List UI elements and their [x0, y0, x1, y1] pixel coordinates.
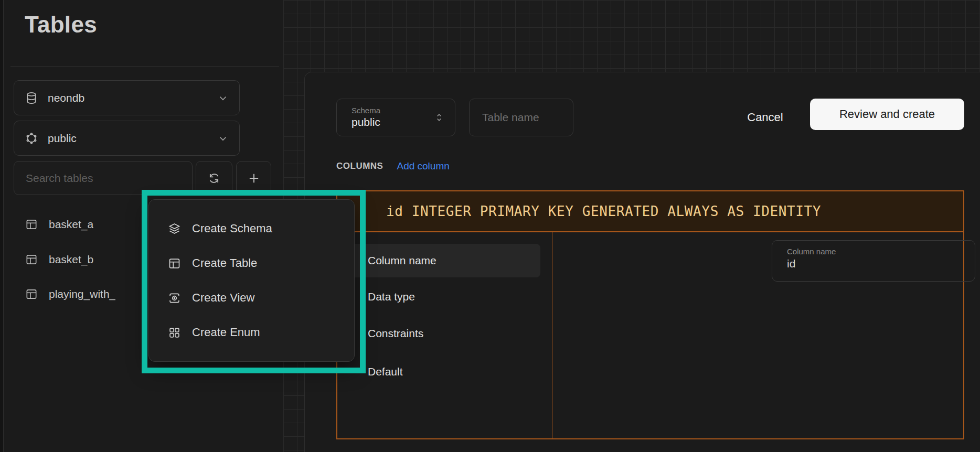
- schema-select-value: public: [48, 132, 208, 145]
- column-sql-row[interactable]: id INTEGER PRIMARY KEY GENERATED ALWAYS …: [336, 190, 964, 232]
- chevron-updown-icon: [434, 112, 444, 123]
- column-name-input[interactable]: [787, 256, 955, 270]
- tab-data-type[interactable]: Data type: [368, 290, 415, 303]
- add-column-link[interactable]: Add column: [397, 160, 449, 172]
- table-icon: [25, 253, 38, 266]
- menu-item-label: Create Enum: [192, 326, 260, 339]
- menu-item-create-table[interactable]: Create Table: [149, 246, 354, 281]
- menu-item-label: Create Table: [192, 256, 257, 270]
- menu-item-create-schema[interactable]: Create Schema: [149, 211, 354, 246]
- sidebar-left-edge: [0, 0, 4, 452]
- schema-field-value: public: [351, 115, 434, 129]
- table-name-input[interactable]: [469, 99, 573, 136]
- menu-item-label: Create View: [192, 291, 254, 305]
- menu-item-label: Create Schema: [192, 222, 272, 235]
- column-name-field[interactable]: Column name: [772, 240, 975, 282]
- chevron-down-icon: [217, 133, 229, 144]
- table-icon: [167, 256, 182, 271]
- menu-item-create-enum[interactable]: Create Enum: [149, 315, 354, 350]
- editor-schema-select[interactable]: Schema public: [336, 99, 455, 136]
- refresh-button[interactable]: [196, 161, 232, 195]
- table-icon: [25, 287, 38, 301]
- database-icon: [25, 91, 38, 105]
- menu-item-create-view[interactable]: Create View: [149, 281, 354, 315]
- tab-column-name[interactable]: Column name: [347, 244, 540, 277]
- create-table-drawer: Schema public Cancel Review and create C…: [304, 72, 980, 452]
- sidebar-divider: [10, 66, 279, 67]
- view-icon: [167, 291, 182, 305]
- table-name: playing_with_: [49, 288, 115, 300]
- review-and-create-button[interactable]: Review and create: [810, 99, 964, 130]
- create-menu: Create Schema Create Table Create View: [148, 199, 355, 362]
- column-editor-panel: Column name Data type Constraints Defaul…: [336, 231, 964, 439]
- column-name-field-label: Column name: [787, 247, 975, 256]
- search-input[interactable]: [14, 161, 193, 195]
- column-sql-text: id INTEGER PRIMARY KEY GENERATED ALWAYS …: [386, 203, 821, 219]
- table-name: basket_a: [49, 218, 93, 231]
- add-button[interactable]: [236, 161, 271, 195]
- cancel-button[interactable]: Cancel: [735, 105, 795, 130]
- app-window: Tables neondb: [0, 0, 980, 452]
- chevron-down-icon: [217, 92, 229, 104]
- table-name: basket_b: [49, 253, 93, 266]
- column-editor-tabs: Column name Data type Constraints Defaul…: [337, 231, 552, 438]
- schema-field-label: Schema: [351, 106, 434, 115]
- columns-header-row: COLUMNS Add column: [336, 160, 450, 172]
- layers-icon: [167, 222, 182, 236]
- page-title: Tables: [25, 12, 97, 38]
- refresh-icon: [207, 171, 221, 185]
- columns-header: COLUMNS: [336, 161, 383, 171]
- database-select[interactable]: neondb: [14, 80, 240, 115]
- schema-select[interactable]: public: [14, 121, 240, 156]
- tab-constraints[interactable]: Constraints: [368, 327, 423, 340]
- schema-icon: [25, 132, 38, 145]
- enum-icon: [167, 326, 182, 340]
- column-editor-detail: Column name: [552, 231, 963, 438]
- tab-default[interactable]: Default: [368, 365, 403, 378]
- plus-icon: [247, 171, 261, 186]
- database-select-value: neondb: [48, 92, 208, 104]
- table-icon: [25, 218, 38, 231]
